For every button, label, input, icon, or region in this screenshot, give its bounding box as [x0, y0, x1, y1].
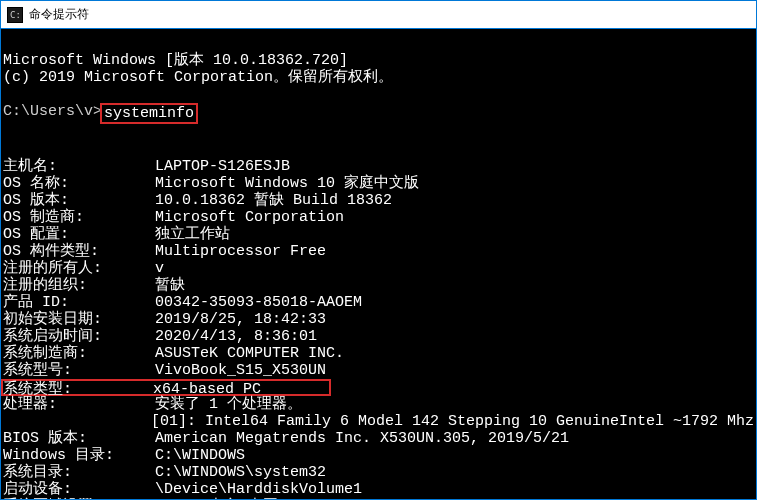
info-label: 系统启动时间:	[3, 328, 155, 345]
info-value: 安装了 1 个处理器。	[155, 396, 302, 413]
info-value: VivoBook_S15_X530UN	[155, 362, 326, 379]
info-value: v	[155, 260, 164, 277]
info-label: 初始安装日期:	[3, 311, 155, 328]
info-row: 产品 ID:00342-35093-85018-AAOEM	[3, 294, 754, 311]
info-value: 独立工作站	[155, 226, 230, 243]
info-row: 系统启动时间:2020/4/13, 8:36:01	[3, 328, 754, 345]
info-value: Microsoft Corporation	[155, 209, 344, 226]
info-label: Windows 目录:	[3, 447, 155, 464]
info-value: C:\WINDOWS\system32	[155, 464, 326, 481]
info-row: 系统类型:x64-based PC	[1, 379, 331, 396]
info-label: 系统制造商:	[3, 345, 155, 362]
info-label: 处理器:	[3, 396, 155, 413]
window-title: 命令提示符	[29, 6, 89, 23]
info-row: 初始安装日期:2019/8/25, 18:42:33	[3, 311, 754, 328]
info-label: OS 版本:	[3, 192, 155, 209]
cmd-icon: C:	[7, 7, 23, 23]
info-row: OS 版本:10.0.18362 暂缺 Build 18362	[3, 192, 754, 209]
info-label: 注册的所有人:	[3, 260, 155, 277]
info-value: x64-based PC	[153, 381, 261, 394]
cpu-detail: [01]: Intel64 Family 6 Model 142 Steppin…	[151, 413, 754, 430]
info-row: 注册的所有人:v	[3, 260, 754, 277]
info-row: OS 构件类型:Multiprocessor Free	[3, 243, 754, 260]
systeminfo-rows-2: BIOS 版本:American Megatrends Inc. X530UN.…	[3, 430, 754, 499]
info-row: 系统目录:C:\WINDOWS\system32	[3, 464, 754, 481]
info-row: OS 制造商:Microsoft Corporation	[3, 209, 754, 226]
info-value: 2019/8/25, 18:42:33	[155, 311, 326, 328]
info-row: 注册的组织:暂缺	[3, 277, 754, 294]
info-row: BIOS 版本:American Megatrends Inc. X530UN.…	[3, 430, 754, 447]
info-value: 暂缺	[155, 277, 185, 294]
info-value: 10.0.18362 暂缺 Build 18362	[155, 192, 392, 209]
info-row: 系统区域设置:zh-cn;中文(中国)	[3, 498, 754, 499]
info-label: 产品 ID:	[3, 294, 155, 311]
info-row: Windows 目录:C:\WINDOWS	[3, 447, 754, 464]
info-value: Multiprocessor Free	[155, 243, 326, 260]
info-row: 系统制造商:ASUSTeK COMPUTER INC.	[3, 345, 754, 362]
info-value: \Device\HarddiskVolume1	[155, 481, 362, 498]
command-highlight: systeminfo	[100, 103, 198, 124]
info-label: 主机名:	[3, 158, 155, 175]
info-row: OS 配置:独立工作站	[3, 226, 754, 243]
info-label: 系统型号:	[3, 362, 155, 379]
info-row: 系统型号:VivoBook_S15_X530UN	[3, 362, 754, 379]
info-label: OS 制造商:	[3, 209, 155, 226]
systeminfo-rows: 主机名:LAPTOP-S126ESJBOS 名称:Microsoft Windo…	[3, 158, 754, 413]
info-value: American Megatrends Inc. X530UN.305, 201…	[155, 430, 569, 447]
info-label: 注册的组织:	[3, 277, 155, 294]
info-value: 2020/4/13, 8:36:01	[155, 328, 317, 345]
info-value: zh-cn;中文(中国)	[155, 498, 287, 499]
info-value: Microsoft Windows 10 家庭中文版	[155, 175, 419, 192]
info-row: 启动设备:\Device\HarddiskVolume1	[3, 481, 754, 498]
info-row: OS 名称:Microsoft Windows 10 家庭中文版	[3, 175, 754, 192]
info-label: OS 名称:	[3, 175, 155, 192]
command-prompt-window: C: 命令提示符 Microsoft Windows [版本 10.0.1836…	[0, 0, 757, 500]
header-line-1: Microsoft Windows [版本 10.0.18362.720]	[3, 52, 348, 69]
info-value: 00342-35093-85018-AAOEM	[155, 294, 362, 311]
cpu-detail-row: [01]: Intel64 Family 6 Model 142 Steppin…	[3, 413, 754, 430]
svg-text:C:: C:	[10, 10, 21, 20]
info-label: OS 构件类型:	[3, 243, 155, 260]
info-value: C:\WINDOWS	[155, 447, 245, 464]
info-label: 启动设备:	[3, 481, 155, 498]
info-label: OS 配置:	[3, 226, 155, 243]
header-line-2: (c) 2019 Microsoft Corporation。保留所有权利。	[3, 69, 393, 86]
prompt-prefix: C:\Users\v>	[3, 103, 102, 120]
info-row: 处理器:安装了 1 个处理器。	[3, 396, 754, 413]
console-output[interactable]: Microsoft Windows [版本 10.0.18362.720] (c…	[1, 29, 756, 499]
info-label: BIOS 版本:	[3, 430, 155, 447]
prompt-line: C:\Users\v>systeminfo	[3, 103, 754, 124]
info-label: 系统目录:	[3, 464, 155, 481]
info-value: ASUSTeK COMPUTER INC.	[155, 345, 344, 362]
info-label: 系统类型:	[3, 381, 153, 394]
titlebar[interactable]: C: 命令提示符	[1, 1, 756, 29]
info-value: LAPTOP-S126ESJB	[155, 158, 290, 175]
info-row: 主机名:LAPTOP-S126ESJB	[3, 158, 754, 175]
command-text: systeminfo	[104, 105, 194, 122]
info-label: 系统区域设置:	[3, 498, 155, 499]
